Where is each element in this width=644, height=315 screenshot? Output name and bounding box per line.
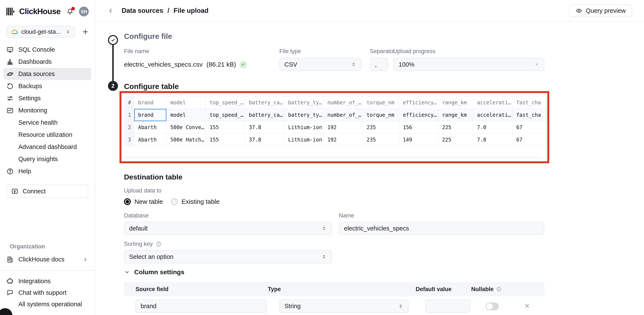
table-cell[interactable]: 155 <box>206 121 245 134</box>
chevron-updown-icon <box>321 254 327 260</box>
horizontal-scrollbar[interactable] <box>125 157 542 158</box>
table-cell[interactable]: 500e Conve… <box>166 121 206 134</box>
sorting-key-value: Select an option <box>129 253 174 260</box>
table-cell[interactable]: fast_cha <box>512 109 547 121</box>
table-cell[interactable]: 67 <box>512 134 547 146</box>
sidebar-item-label: Dashboards <box>18 58 52 65</box>
monitoring-icon <box>6 107 14 114</box>
default-value-header: Default value <box>416 286 471 292</box>
table-cell[interactable]: 225 <box>438 134 473 146</box>
remove-column-icon[interactable]: ✕ <box>524 303 530 309</box>
radio-existing-table[interactable]: Existing table <box>171 198 219 205</box>
table-cell[interactable]: 7.0 <box>473 134 512 146</box>
table-cell[interactable]: Abarth <box>134 134 166 146</box>
radio-selected-icon[interactable] <box>124 198 131 205</box>
sidebar-item-backups[interactable]: Backups <box>4 80 91 92</box>
sidebar-item-integrations[interactable]: Integrations <box>4 275 91 287</box>
info-icon[interactable] <box>156 241 162 247</box>
service-selector[interactable]: cloud-get-sta... <box>6 26 75 38</box>
column-header: battery_ty… <box>284 96 324 109</box>
table-cell[interactable]: efficiency… <box>399 109 438 121</box>
sidebar-item-resource-utilization[interactable]: Resource utilization <box>4 129 91 141</box>
type-select[interactable]: String <box>279 300 409 313</box>
database-select[interactable]: default <box>124 222 332 235</box>
sidebar-item-label: All systems operational <box>18 301 82 308</box>
table-cell[interactable]: 235 <box>363 121 399 134</box>
column-settings-rows: brandString✕ <box>124 296 544 313</box>
sidebar-item-chat-with-support[interactable]: Chat with support <box>4 287 91 298</box>
column-header: number_of_… <box>324 96 363 109</box>
table-cell[interactable]: model <box>166 109 206 121</box>
table-cell[interactable]: number_of_… <box>324 109 363 121</box>
file-type-select[interactable]: CSV <box>279 58 362 71</box>
sidebar-item-label: Integrations <box>18 278 51 285</box>
sidebar-item-data-sources[interactable]: Data sources <box>4 68 91 80</box>
type-header: Type <box>268 286 416 292</box>
sidebar-item-service-health[interactable]: Service health <box>4 116 91 129</box>
chevron-updown-icon <box>398 304 404 309</box>
brand-name: ClickHouse <box>19 7 60 16</box>
table-cell[interactable]: brand <box>134 109 166 121</box>
table-cell[interactable]: 155 <box>206 134 245 146</box>
table-cell[interactable]: 37.8 <box>245 134 284 146</box>
table-cell[interactable]: top_speed_… <box>206 109 245 121</box>
sidebar-item-all-systems-operational[interactable]: All systems operational <box>4 298 91 310</box>
sidebar-item-dashboards[interactable]: Dashboards <box>4 56 91 68</box>
radio-new-table[interactable]: New table <box>124 198 163 205</box>
main: Data sources / File upload Query preview… <box>95 0 644 315</box>
column-header: battery_ca… <box>245 96 284 109</box>
connect-button[interactable]: Connect <box>6 184 88 198</box>
table-cell[interactable]: 225 <box>438 121 473 134</box>
table-cell[interactable]: 500e Hatch… <box>166 134 206 146</box>
table-cell[interactable]: 67 <box>512 121 547 134</box>
table-cell[interactable]: Lithium-ion <box>284 134 324 146</box>
table-cell[interactable]: Abarth <box>134 121 166 134</box>
table-cell[interactable]: range_km <box>438 109 473 121</box>
sorting-key-select[interactable]: Select an option <box>124 250 332 263</box>
table-row: 1brandmodeltop_speed_…battery_ca…battery… <box>125 109 547 121</box>
upload-progress-field[interactable]: 100% <box>394 58 544 71</box>
nullable-toggle[interactable] <box>486 302 499 310</box>
table-cell[interactable]: 37.8 <box>245 121 284 134</box>
clear-icon[interactable] <box>534 62 539 67</box>
table-cell[interactable]: battery_ty… <box>284 109 324 121</box>
add-service-button[interactable] <box>82 28 89 36</box>
table-cell[interactable]: torque_nm <box>363 109 399 121</box>
table-cell[interactable]: 235 <box>363 134 399 146</box>
query-preview-button[interactable]: Query preview <box>569 4 632 17</box>
sidebar-item-sql-console[interactable]: SQL Console <box>4 44 91 56</box>
table-cell[interactable]: accelerati… <box>473 109 512 121</box>
sidebar-item-help[interactable]: Help <box>4 165 91 177</box>
sidebar-item-label: Settings <box>18 95 41 102</box>
table-cell[interactable]: 156 <box>399 121 438 134</box>
sidebar-item-query-insights[interactable]: Query insights <box>4 153 91 165</box>
docs-building-icon <box>6 256 14 263</box>
sidebar-nav: SQL ConsoleDashboardsData sourcesBackups… <box>4 44 91 177</box>
sidebar-item-label: Backups <box>18 82 42 90</box>
radio-unselected-icon[interactable] <box>171 198 178 205</box>
separator-input[interactable]: , <box>370 58 388 71</box>
chevron-updown-icon <box>65 29 71 34</box>
notifications-bell-icon[interactable] <box>66 8 74 15</box>
column-settings-toggle[interactable]: Column settings <box>124 268 184 276</box>
table-name-input[interactable]: electric_vehicles_specs <box>339 222 544 235</box>
table-cell[interactable]: battery_ca… <box>245 109 284 121</box>
table-cell[interactable]: Lithium-ion <box>284 121 324 134</box>
notification-dot <box>71 7 75 10</box>
default-value-input[interactable] <box>425 300 470 313</box>
sidebar-item-monitoring[interactable]: Monitoring <box>4 104 91 116</box>
avatar[interactable]: SH <box>79 6 89 16</box>
back-chevron-icon[interactable] <box>108 8 114 14</box>
sidebar-item-advanced-dashboard[interactable]: Advanced dashboard <box>4 141 91 153</box>
dashboards-icon <box>6 58 14 66</box>
table-cell[interactable]: 192 <box>324 134 363 146</box>
info-icon[interactable] <box>496 286 502 292</box>
table-cell[interactable]: 192 <box>324 121 363 134</box>
table-cell[interactable]: 7.0 <box>473 121 512 134</box>
table-cell[interactable]: 149 <box>399 134 438 146</box>
sidebar-item-settings[interactable]: Settings <box>4 92 91 104</box>
upload-data-to-label: Upload data to <box>124 188 162 194</box>
source-field-input[interactable]: brand <box>136 300 267 313</box>
sidebar-item-clickhouse-docs[interactable]: ClickHouse docs <box>4 253 91 266</box>
breadcrumb-data-sources[interactable]: Data sources <box>122 7 163 14</box>
